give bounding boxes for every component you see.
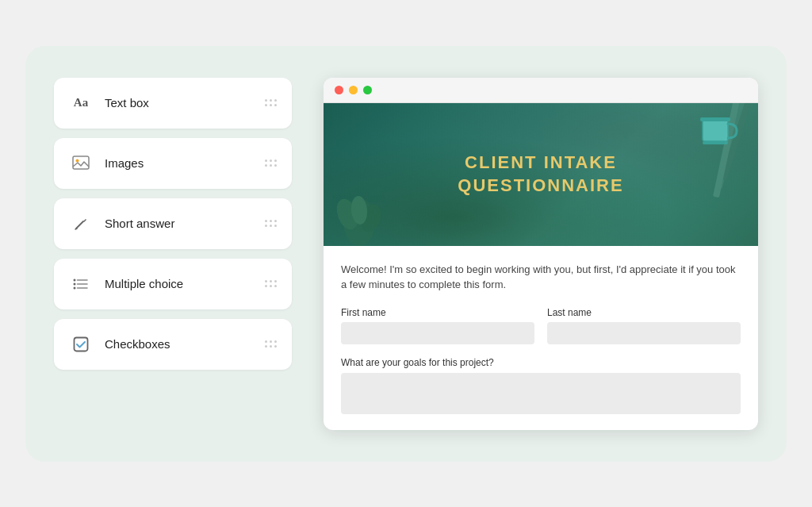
svg-point-5 (74, 278, 76, 281)
checkboxes-label: Checkboxes (105, 337, 170, 351)
drag-dot (270, 285, 272, 287)
drag-dot (265, 220, 267, 222)
svg-line-4 (75, 229, 77, 229)
first-name-input[interactable] (341, 322, 534, 344)
browser-dot-red[interactable] (335, 86, 343, 94)
hero-title-line2: QUESTIONNAIRE (458, 175, 623, 198)
svg-point-9 (74, 286, 76, 289)
goals-label: What are your goals for this project? (341, 357, 741, 368)
image-svg-icon (72, 156, 90, 171)
hero-image: CLIENT INTAKE QUESTIONNAIRE (324, 103, 758, 246)
text-box-label: Text box (105, 96, 149, 109)
drag-dot (274, 104, 277, 106)
drag-handle-multiple-choice[interactable] (265, 280, 278, 288)
tool-item-short-answer[interactable]: Short answer (54, 198, 292, 249)
right-panel: CLIENT INTAKE QUESTIONNAIRE Welcome! I'm… (324, 78, 758, 430)
drag-dot (274, 220, 277, 222)
short-answer-icon (68, 211, 94, 236)
drag-dot (270, 225, 272, 227)
svg-rect-20 (700, 117, 730, 121)
drag-dot (270, 99, 272, 102)
hero-title: CLIENT INTAKE QUESTIONNAIRE (458, 152, 623, 197)
drag-dot (270, 340, 272, 343)
text-box-icon: Aa (68, 90, 94, 116)
tool-item-multiple-choice[interactable]: Multiple choice (54, 259, 292, 309)
drag-dot (270, 159, 272, 162)
drag-dot (274, 225, 277, 227)
tool-item-left: Images (68, 151, 144, 176)
tool-item-text-box[interactable]: Aa Text box (54, 78, 292, 129)
name-row: First name Last name (341, 307, 741, 344)
drag-dot (270, 164, 272, 167)
svg-marker-3 (83, 219, 86, 222)
form-content: CLIENT INTAKE QUESTIONNAIRE Welcome! I'm… (324, 103, 758, 430)
tool-item-left: Aa Text box (68, 90, 149, 116)
svg-rect-21 (703, 141, 728, 144)
drag-handle-text-box[interactable] (265, 99, 278, 107)
drag-dot (274, 99, 277, 102)
browser-dot-yellow[interactable] (349, 86, 358, 94)
drag-dot (270, 345, 272, 348)
images-icon (68, 151, 94, 176)
welcome-text: Welcome! I'm so excited to begin working… (341, 262, 741, 293)
svg-point-7 (74, 282, 76, 285)
list-svg-icon (73, 277, 89, 291)
tool-item-left: Short answer (68, 211, 174, 236)
drag-dot (270, 104, 272, 106)
drag-dot (274, 340, 277, 343)
last-name-field-group: Last name (547, 307, 741, 344)
multiple-choice-icon (68, 271, 94, 297)
drag-dot (274, 345, 277, 348)
last-name-input[interactable] (547, 322, 741, 344)
svg-rect-19 (703, 119, 728, 141)
drag-dot (265, 225, 267, 227)
drag-handle-checkboxes[interactable] (265, 340, 278, 348)
drag-dot (270, 280, 272, 282)
left-panel: Aa Text box (54, 78, 292, 370)
checkbox-svg-icon (73, 336, 89, 352)
tool-item-left: Checkboxes (68, 332, 170, 357)
drag-dot (265, 285, 267, 287)
drag-dot (265, 340, 267, 343)
plant-decoration (335, 182, 383, 246)
hero-title-line1: CLIENT INTAKE (458, 152, 623, 175)
browser-toolbar (324, 78, 758, 103)
svg-point-1 (76, 159, 79, 162)
last-name-label: Last name (547, 307, 741, 318)
first-name-label: First name (341, 307, 534, 318)
drag-dot (274, 159, 277, 162)
goals-textarea[interactable] (341, 373, 741, 414)
drag-handle-short-answer[interactable] (265, 220, 278, 228)
browser-dot-green[interactable] (363, 86, 372, 94)
form-body: Welcome! I'm so excited to begin working… (324, 246, 758, 430)
coffee-cup-decoration (699, 111, 738, 155)
drag-dot (265, 104, 267, 106)
tool-item-images[interactable]: Images (54, 138, 292, 189)
short-answer-label: Short answer (105, 217, 174, 230)
tool-item-left: Multiple choice (68, 271, 183, 297)
drag-dot (265, 164, 267, 167)
images-label: Images (105, 156, 144, 170)
aa-icon: Aa (74, 96, 88, 109)
drag-dot (274, 285, 277, 287)
drag-dot (265, 99, 267, 102)
checkboxes-icon (68, 332, 94, 357)
outer-card: Aa Text box (25, 46, 787, 462)
first-name-field-group: First name (341, 307, 534, 344)
drag-handle-images[interactable] (265, 159, 278, 167)
drag-dot (265, 159, 267, 162)
drag-dot (265, 345, 267, 348)
tool-item-checkboxes[interactable]: Checkboxes (54, 319, 292, 370)
svg-rect-0 (73, 156, 89, 169)
multiple-choice-label: Multiple choice (105, 277, 183, 290)
svg-line-2 (76, 221, 83, 229)
drag-dot (270, 220, 272, 222)
drag-dot (265, 280, 267, 282)
drag-dot (274, 280, 277, 282)
drag-dot (274, 164, 277, 167)
pencil-svg-icon (73, 216, 89, 232)
